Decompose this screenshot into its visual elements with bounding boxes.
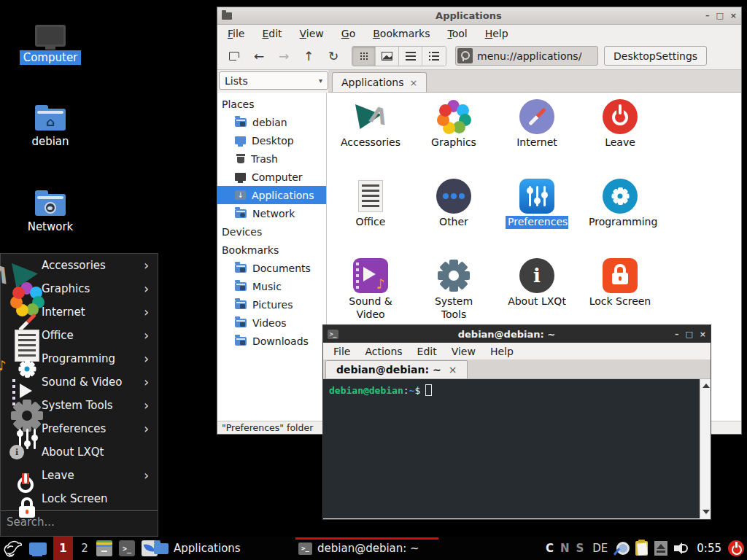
- scroll-up-icon[interactable]: [703, 384, 710, 388]
- num-lock-indicator: N: [560, 542, 570, 555]
- fm-menu-bookmarks[interactable]: Bookmarks: [373, 28, 430, 39]
- desktop-icon-debian[interactable]: ⌂ debian: [17, 101, 84, 149]
- terminal-menu-file[interactable]: File: [333, 346, 350, 357]
- clock[interactable]: 0:55: [697, 542, 721, 555]
- folder-preferences[interactable]: Preferences: [496, 179, 578, 229]
- fm-menu-edit[interactable]: Edit: [262, 28, 282, 39]
- show-desktop-icon[interactable]: [29, 542, 47, 555]
- power-button[interactable]: [728, 540, 744, 556]
- maximize-icon[interactable]: □: [685, 330, 692, 339]
- sidebar-item-debian[interactable]: debian: [217, 113, 326, 131]
- back-button[interactable]: ←: [248, 47, 270, 66]
- up-button[interactable]: ↑: [298, 47, 320, 66]
- terminal-menu-help[interactable]: Help: [490, 346, 514, 357]
- path-bar[interactable]: menu://applications/: [455, 46, 598, 66]
- folder-graphics[interactable]: Graphics: [413, 99, 495, 149]
- screenshot-tray-icon[interactable]: [614, 541, 629, 556]
- sidebar-item-videos[interactable]: Videos: [217, 314, 326, 332]
- folder-other[interactable]: Other: [413, 179, 495, 229]
- fm-menu-go[interactable]: Go: [341, 28, 355, 39]
- sidebar-item-computer[interactable]: Computer: [217, 168, 326, 186]
- folder-system-tools[interactable]: System Tools: [413, 258, 495, 321]
- keyboard-layout-indicator[interactable]: DE: [592, 542, 608, 555]
- minimize-icon[interactable]: –: [675, 330, 679, 339]
- desktop-icon-network[interactable]: Network: [17, 187, 84, 234]
- fm-menu-help[interactable]: Help: [485, 28, 508, 39]
- desktop-icon-computer[interactable]: Computer: [17, 18, 84, 65]
- terminal-icon: >_: [298, 542, 312, 555]
- sidebar-item-music[interactable]: Music: [217, 277, 326, 295]
- terminal-menu-actions[interactable]: Actions: [365, 346, 402, 357]
- graphics-icon: [436, 99, 471, 134]
- removable-media-icon[interactable]: [654, 541, 667, 556]
- task-terminal[interactable]: >_ debian@debian: ~: [295, 537, 438, 560]
- fm-tab-applications[interactable]: Applications ×: [332, 72, 427, 92]
- forward-button[interactable]: →: [273, 47, 295, 66]
- terminal-cursor: [425, 384, 432, 396]
- sidebar-item-applications[interactable]: ↓Applications: [217, 186, 326, 204]
- office-icon: [9, 328, 24, 343]
- terminal-content[interactable]: debian@debian:~$: [323, 379, 711, 518]
- folder-office[interactable]: Office: [330, 179, 411, 229]
- folder-icon: [154, 543, 169, 554]
- sidebar-mode-value: Lists: [225, 75, 248, 87]
- menu-item-accessories[interactable]: Λ Accessories›: [1, 254, 158, 277]
- compact-view-button[interactable]: [399, 47, 422, 66]
- terminal-titlebar[interactable]: >_ debian@debian: ~ – □ ×: [323, 325, 711, 343]
- fm-menu-tool[interactable]: Tool: [447, 28, 467, 39]
- new-tab-button[interactable]: +: [223, 47, 245, 66]
- task-applications[interactable]: Applications: [151, 537, 260, 560]
- folder-accessories[interactable]: Λ Accessories: [330, 99, 411, 149]
- volume-icon[interactable]: [674, 542, 690, 555]
- folder-programming[interactable]: Programming: [579, 179, 661, 229]
- workspace-1-button[interactable]: 1: [53, 537, 73, 560]
- fm-menu-file[interactable]: File: [228, 28, 244, 39]
- lxqt-menu-button[interactable]: [3, 539, 23, 558]
- icon-view-button[interactable]: [352, 47, 376, 66]
- sidebar-item-network[interactable]: Network: [217, 204, 326, 222]
- clipboard-tray-icon[interactable]: [635, 541, 648, 556]
- leave-icon: [9, 468, 24, 483]
- close-icon[interactable]: ×: [730, 11, 737, 20]
- sound-video-icon: ♪: [353, 258, 388, 293]
- terminal-tab[interactable]: debian@debian: ~ ×: [325, 360, 468, 378]
- office-icon: [353, 179, 388, 214]
- sidebar-item-trash[interactable]: Trash: [217, 149, 326, 168]
- folder-lock-screen[interactable]: Lock Screen: [579, 258, 661, 308]
- fm-menu-view[interactable]: View: [300, 28, 324, 39]
- submenu-arrow-icon: ›: [144, 328, 149, 343]
- sidebar-mode-combobox[interactable]: Lists ▾: [219, 71, 328, 90]
- scroll-down-icon[interactable]: [703, 510, 710, 514]
- folder-leave[interactable]: Leave: [579, 99, 661, 149]
- terminal-launcher[interactable]: >_: [119, 540, 135, 556]
- sidebar-header-bookmarks: Bookmarks: [217, 241, 326, 259]
- sidebar-item-downloads[interactable]: Downloads: [217, 332, 326, 350]
- fm-window-title: Applications: [232, 10, 705, 21]
- folder-internet[interactable]: Internet: [496, 99, 578, 149]
- menu-item-leave[interactable]: Leave›: [1, 464, 158, 487]
- close-icon[interactable]: ×: [700, 330, 706, 339]
- file-manager-launcher[interactable]: [96, 540, 112, 556]
- sidebar-item-pictures[interactable]: Pictures: [217, 295, 326, 314]
- tab-close-icon[interactable]: ×: [449, 364, 457, 376]
- folder-about-lxqt[interactable]: i About LXQt: [496, 258, 578, 308]
- terminal-scrollbar[interactable]: [700, 379, 711, 518]
- sidebar-item-documents[interactable]: Documents: [217, 259, 326, 277]
- sidebar-item-desktop[interactable]: Desktop: [217, 131, 326, 149]
- maximize-icon[interactable]: □: [716, 11, 723, 20]
- folder-sound-video[interactable]: ♪ Sound & Video: [330, 258, 411, 321]
- terminal-menu-edit[interactable]: Edit: [417, 346, 437, 357]
- new-tab-icon: +: [229, 52, 239, 61]
- tab-close-icon[interactable]: ×: [410, 77, 418, 88]
- reload-button[interactable]: ↻: [322, 47, 344, 66]
- workspace-2-button[interactable]: 2: [80, 542, 90, 555]
- graphics-icon: [9, 281, 24, 296]
- terminal-window-title: debian@debian: ~: [338, 329, 675, 340]
- minimize-icon[interactable]: –: [705, 11, 710, 20]
- desktop-settings-button[interactable]: DesktopSettings: [604, 46, 707, 66]
- thumbnail-view-button[interactable]: [376, 47, 399, 66]
- submenu-arrow-icon: ›: [144, 375, 149, 389]
- terminal-menu-view[interactable]: View: [452, 346, 476, 357]
- fm-titlebar[interactable]: Applications – □ ×: [217, 7, 741, 25]
- detailed-view-button[interactable]: [422, 47, 446, 66]
